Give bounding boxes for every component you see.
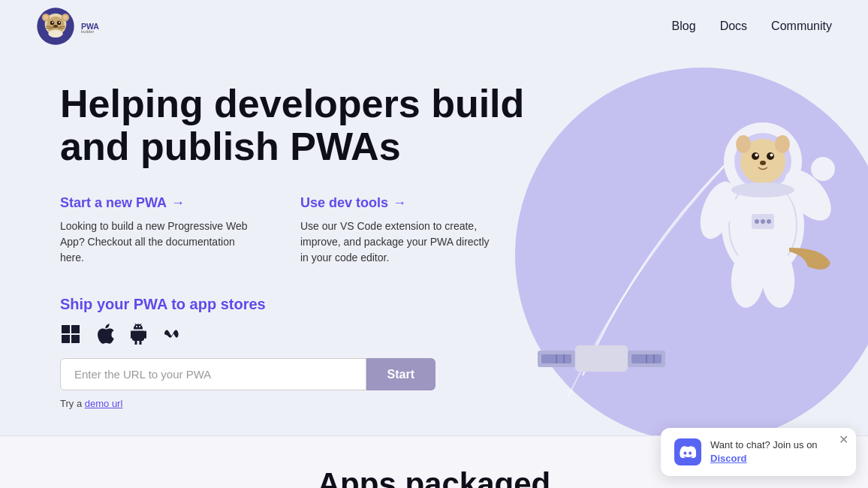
svg-point-35 <box>775 135 790 153</box>
svg-point-6 <box>59 22 60 23</box>
navbar: PWA builder Blog Docs Community <box>0 0 868 53</box>
meta-store-icon <box>164 324 185 345</box>
hero-title: Helping developers build and publish PWA… <box>60 83 526 168</box>
hero-content: Helping developers build and publish PWA… <box>60 83 526 409</box>
demo-url-link[interactable]: demo url <box>85 398 123 409</box>
demo-text: Try a demo url <box>60 398 526 409</box>
discord-link[interactable]: Discord <box>710 453 746 464</box>
chat-text: Want to chat? Join us on Discord <box>710 438 842 465</box>
svg-point-47 <box>755 219 759 224</box>
windows-store-icon <box>60 324 81 345</box>
svg-point-5 <box>52 22 53 23</box>
svg-rect-19 <box>575 345 628 372</box>
svg-point-37 <box>767 152 774 160</box>
start-new-pwa-link[interactable]: Start a new PWA → <box>60 195 255 211</box>
discord-logo-icon <box>674 438 701 465</box>
svg-point-7 <box>53 25 59 28</box>
url-input[interactable] <box>60 358 366 390</box>
arrow-icon: → <box>171 195 185 211</box>
svg-point-16 <box>63 15 68 20</box>
cta-new-pwa-desc: Looking to build a new Progressive Web A… <box>60 218 255 266</box>
cta-new-pwa: Start a new PWA → Looking to build a new… <box>60 195 255 266</box>
svg-point-49 <box>767 219 771 224</box>
chat-close-button[interactable]: ✕ <box>839 434 848 446</box>
cta-dev-tools-desc: Use our VS Code extension to create, imp… <box>300 218 496 266</box>
orbit-svg <box>493 53 868 435</box>
svg-point-36 <box>752 152 759 160</box>
svg-point-34 <box>736 135 751 153</box>
svg-point-48 <box>761 219 765 224</box>
nav-community[interactable]: Community <box>771 20 832 33</box>
start-button[interactable]: Start <box>366 358 436 390</box>
hero-illustration <box>493 53 868 435</box>
nav-docs[interactable]: Docs <box>720 20 747 33</box>
pwa-builder-logo <box>36 7 75 46</box>
pwa-builder-wordmark: PWA builder <box>81 15 134 38</box>
ship-title: Ship your PWA to app stores <box>60 296 526 313</box>
svg-point-15 <box>44 15 49 20</box>
hero-section: Helping developers build and publish PWA… <box>0 53 868 435</box>
svg-point-40 <box>760 161 766 165</box>
arrow-icon-2: → <box>393 195 406 211</box>
store-icons <box>60 324 526 345</box>
svg-point-42 <box>811 157 835 181</box>
url-input-row: Start <box>60 358 436 390</box>
svg-point-12 <box>48 30 63 38</box>
android-store-icon <box>129 324 150 345</box>
use-dev-tools-link[interactable]: Use dev tools → <box>300 195 496 211</box>
nav-links: Blog Docs Community <box>672 20 832 33</box>
svg-point-39 <box>770 154 773 157</box>
nav-blog[interactable]: Blog <box>672 20 696 33</box>
svg-point-38 <box>755 154 758 157</box>
cta-row: Start a new PWA → Looking to build a new… <box>60 195 526 266</box>
svg-text:builder: builder <box>81 29 95 34</box>
cta-dev-tools: Use dev tools → Use our VS Code extensio… <box>300 195 496 266</box>
chat-widget: Want to chat? Join us on Discord ✕ <box>661 428 856 476</box>
svg-point-50 <box>731 182 794 197</box>
ship-section: Ship your PWA to app stores <box>60 296 526 409</box>
apple-store-icon <box>95 324 116 345</box>
logo-area[interactable]: PWA builder <box>36 7 134 46</box>
